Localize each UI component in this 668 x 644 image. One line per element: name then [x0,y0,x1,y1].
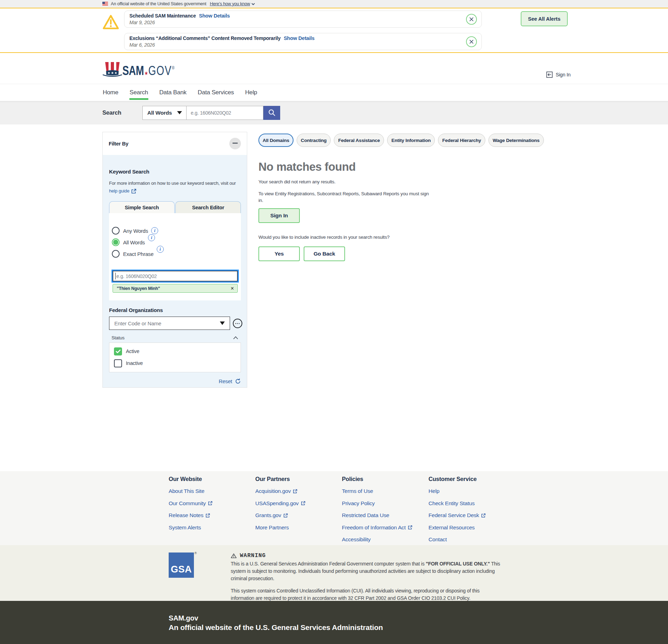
search-icon [268,108,276,117]
footer-link-system-alerts[interactable]: System Alerts [169,524,201,531]
warning-label: WARNING [240,553,266,559]
no-results-text: Your search did not return any results. [258,179,568,184]
footer-column-our-website: Our Website About This Site Our Communit… [169,473,255,542]
footer-link-about-this-site[interactable]: About This Site [169,488,204,494]
inactive-records-question: Would you like to include inactive recor… [258,235,568,240]
pill-federal-hierarchy[interactable]: Federal Hierarchy [438,134,485,147]
alert-title: Exclusions “Additional Comments” Content… [129,35,281,41]
logo-star-icon: ★ [144,70,148,76]
see-all-alerts-button[interactable]: See All Alerts [521,11,568,26]
go-back-button[interactable]: Go Back [304,246,345,261]
external-link-icon [131,189,136,194]
footer-link-release-notes[interactable]: Release Notes [169,512,210,518]
info-icon[interactable]: i [157,246,164,253]
sign-in-info-text: To view Entity Registrations, Subcontrac… [258,190,434,204]
footer-link-restricted-data-use[interactable]: Restricted Data Use [342,512,389,518]
radio-circle-icon [112,250,120,258]
chevron-up-icon[interactable] [233,336,238,339]
keyword-help-text: For more information on how to use our k… [109,181,236,186]
radio-circle-icon [112,238,120,246]
pill-federal-assistance[interactable]: Federal Assistance [334,134,384,147]
checkbox-unchecked-icon [114,359,122,367]
info-icon[interactable]: i [148,234,155,241]
footer-warning-band: GSA ® WARNING This is a U.S. General Ser… [0,545,668,601]
radio-exact-phrase[interactable]: Exact Phrase i [112,250,238,258]
checkbox-active[interactable]: Active [114,347,236,355]
pill-wage-determinations[interactable]: Wage Determinations [488,134,544,147]
official-banner-text: An official website of the United States… [111,1,206,6]
sign-in-button[interactable]: Sign In [258,208,300,223]
nav-data-services[interactable]: Data Services [197,84,234,101]
radio-all-words[interactable]: All Words i [112,238,238,246]
header-sign-in-link[interactable]: Sign In [546,72,571,78]
external-link-icon [205,513,210,518]
arrow-left-square-icon [546,72,553,78]
filter-panel: Filter By Keyword Search For more inform… [102,132,247,388]
show-details-link[interactable]: Show Details [284,35,315,41]
close-icon [469,17,474,21]
alert-title: Scheduled SAM Maintenance [129,13,196,19]
footer-link-more-partners[interactable]: More Partners [255,524,289,531]
tab-search-editor[interactable]: Search Editor [175,201,241,213]
federal-organizations-combobox[interactable]: Enter Code or Name [109,317,230,330]
text-cursor [115,273,116,279]
uncle-sam-hat-icon [102,62,122,77]
footer-identity-band: SAM.gov An official website of the U.S. … [0,601,668,644]
footer-link-help[interactable]: Help [429,488,439,494]
keyword-search-input[interactable] [113,271,238,282]
keyword-tabs: Simple Search Search Editor [109,201,241,213]
warning-triangle-icon [102,14,119,29]
search-submit-button[interactable] [263,106,280,120]
collapse-filter-button[interactable] [229,138,241,149]
main-content: Filter By Keyword Search For more inform… [0,124,668,471]
pill-contracting[interactable]: Contracting [297,134,331,147]
close-alert-button[interactable] [466,36,477,47]
status-section-label: Status [112,335,124,340]
footer-link-terms-of-use[interactable]: Terms of Use [342,488,373,494]
footer-link-federal-service-desk[interactable]: Federal Service Desk [429,512,486,518]
nav-search[interactable]: Search [129,84,149,101]
info-icon[interactable]: i [151,227,158,234]
external-link-icon [283,513,288,518]
keyword-chip: "Thien Nguyen Minh" × [113,284,238,293]
footer-link-usaspending-gov[interactable]: USASpending.gov [255,500,305,507]
radio-any-words[interactable]: Any Words i [112,227,238,235]
checkbox-checked-icon [114,347,122,355]
checkbox-inactive[interactable]: Inactive [114,359,236,367]
alerts-section: Scheduled SAM Maintenance Show Details M… [0,8,668,53]
external-link-icon [301,501,305,506]
footer-link-check-entity-status[interactable]: Check Entity Status [429,500,474,507]
footer-link-privacy-policy[interactable]: Privacy Policy [342,500,375,507]
pill-all-domains[interactable]: All Domains [258,134,293,147]
footer-link-contact[interactable]: Contact [429,536,447,543]
search-input[interactable] [186,106,263,120]
footer-link-acquisition-gov[interactable]: Acquisition.gov [255,488,297,494]
help-guide-link[interactable]: help guide [109,187,136,195]
nav-help[interactable]: Help [245,84,257,101]
search-term-type-select[interactable]: All Words [142,106,186,120]
footer-link-our-community[interactable]: Our Community [169,500,212,507]
close-alert-button[interactable] [466,14,477,25]
reset-filters-link[interactable]: Reset [219,378,241,384]
remove-chip-icon[interactable]: × [231,286,234,291]
how-you-know-link[interactable]: Here’s how you know [210,1,255,6]
show-details-link[interactable]: Show Details [199,13,230,19]
alert-card: Exclusions “Additional Comments” Content… [124,33,482,50]
pill-entity-information[interactable]: Entity Information [387,134,435,147]
federal-organizations-more-button[interactable]: ... [233,319,242,328]
samgov-logo[interactable]: SAM ★ GOV ® [102,60,189,77]
footer-link-grants-gov[interactable]: Grants.gov [255,512,288,518]
footer-link-external-resources[interactable]: External Resources [429,524,475,531]
nav-data-bank[interactable]: Data Bank [159,84,187,101]
warning-small-icon [231,553,237,558]
logo-sam-text: SAM [122,65,144,77]
tab-simple-search[interactable]: Simple Search [109,201,175,213]
nav-home[interactable]: Home [102,84,119,101]
keyword-search-title: Keyword Search [109,169,241,175]
footer-link-foia[interactable]: Freedom of Information Act [342,524,412,531]
yes-button[interactable]: Yes [258,246,300,261]
chevron-down-icon [251,3,255,5]
refresh-icon [235,378,241,384]
footer-link-accessibility[interactable]: Accessibility [342,536,371,543]
footer-column-our-partners: Our Partners Acquisition.gov USASpending… [255,473,342,542]
